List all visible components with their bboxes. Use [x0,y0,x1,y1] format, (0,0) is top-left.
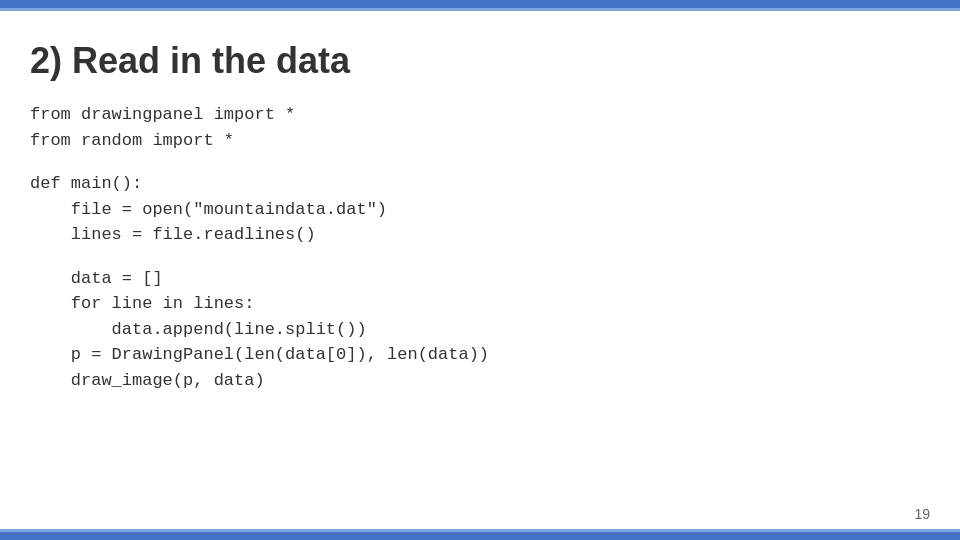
code-data-line5: draw_image(p, data) [30,368,930,394]
slide-title: 2) Read in the data [30,40,930,82]
top-accent-line [0,8,960,11]
code-data-line1: data = [] [30,266,930,292]
code-def-line2: file = open("mountaindata.dat") [30,197,930,223]
code-import-line1: from drawingpanel import * [30,102,930,128]
code-import-line2: from random import * [30,128,930,154]
code-data-line4: p = DrawingPanel(len(data[0]), len(data)… [30,342,930,368]
code-def-line3: lines = file.readlines() [30,222,930,248]
code-data-line3: data.append(line.split()) [30,317,930,343]
slide-content: 2) Read in the data from drawingpanel im… [0,20,960,520]
slide-number: 19 [914,506,930,522]
code-data-section: data = [] for line in lines: data.append… [30,266,930,394]
code-imports: from drawingpanel import * from random i… [30,102,930,153]
code-def-line1: def main(): [30,171,930,197]
code-def-main: def main(): file = open("mountaindata.da… [30,171,930,248]
code-data-line2: for line in lines: [30,291,930,317]
top-blue-bar [0,0,960,8]
bottom-blue-bar [0,532,960,540]
